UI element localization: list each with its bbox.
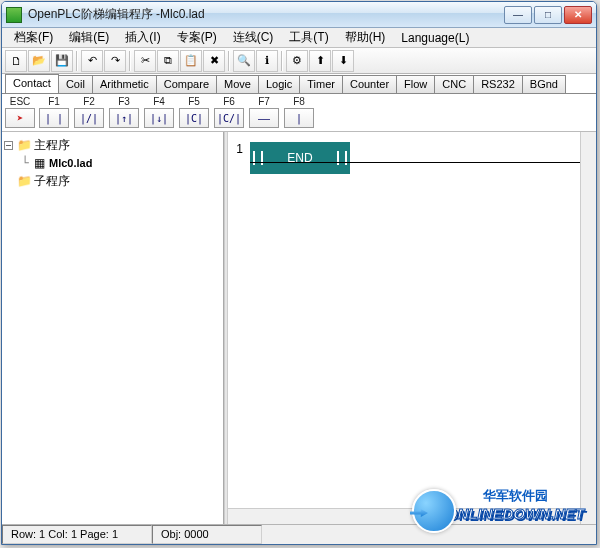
maximize-button[interactable]: □: [534, 6, 562, 24]
horizontal-scrollbar[interactable]: [228, 508, 580, 524]
horiz-link-icon[interactable]: ——: [249, 108, 279, 128]
contact-c-icon[interactable]: |C|: [179, 108, 209, 128]
new-icon[interactable]: 🗋: [5, 50, 27, 72]
menu-project[interactable]: 专案(P): [169, 27, 225, 48]
save-icon[interactable]: 💾: [51, 50, 73, 72]
esc-arrow-icon[interactable]: [5, 108, 35, 128]
fkey-f4: F4 |↓|: [143, 96, 175, 129]
menu-help[interactable]: 帮助(H): [337, 27, 394, 48]
separator-icon: [76, 51, 78, 71]
fkey-f2: F2 |/|: [73, 96, 105, 129]
tab-bgnd[interactable]: BGnd: [522, 75, 566, 93]
menu-edit[interactable]: 编辑(E): [61, 27, 117, 48]
menu-language[interactable]: Language(L): [393, 29, 477, 47]
folder-icon: 📁: [17, 174, 31, 188]
separator-icon: [228, 51, 230, 71]
fkey-f7: F7 ——: [248, 96, 280, 129]
redo-icon[interactable]: ↷: [104, 50, 126, 72]
contact-fall-icon[interactable]: |↓|: [144, 108, 174, 128]
tree-label: 子程序: [34, 173, 70, 190]
tab-counter[interactable]: Counter: [342, 75, 397, 93]
contact-no-icon[interactable]: | |: [39, 108, 69, 128]
vertical-scrollbar[interactable]: [580, 132, 596, 524]
fkey-label: F2: [83, 96, 95, 108]
main-area: – 📁 主程序 └ ▦ Mlc0.lad 📁 子程序 1: [2, 132, 596, 524]
tree-label: Mlc0.lad: [49, 157, 92, 169]
undo-icon[interactable]: ↶: [81, 50, 103, 72]
open-icon[interactable]: 📂: [28, 50, 50, 72]
copy-icon[interactable]: ⧉: [157, 50, 179, 72]
status-bar: Row: 1 Col: 1 Page: 1 Obj: 0000: [2, 524, 596, 544]
fkey-label: ESC: [10, 96, 31, 108]
fkey-label: F6: [223, 96, 235, 108]
window-controls: — □ ✕: [504, 6, 592, 24]
tab-arithmetic[interactable]: Arithmetic: [92, 75, 157, 93]
contact-rise-icon[interactable]: |↑|: [109, 108, 139, 128]
tab-timer[interactable]: Timer: [299, 75, 343, 93]
fkey-f3: F3 |↑|: [108, 96, 140, 129]
instruction-tabs: Contact Coil Arithmetic Compare Move Log…: [2, 74, 596, 94]
end-block[interactable]: END: [250, 142, 350, 174]
compile-icon[interactable]: ⚙: [286, 50, 308, 72]
fkey-label: F8: [293, 96, 305, 108]
download-icon[interactable]: ⬇: [332, 50, 354, 72]
app-window: OpenPLC阶梯编辑程序 -Mlc0.lad — □ ✕ 档案(F) 编辑(E…: [1, 1, 597, 545]
collapse-icon[interactable]: –: [4, 141, 13, 150]
cut-icon[interactable]: ✂: [134, 50, 156, 72]
window-title: OpenPLC阶梯编辑程序 -Mlc0.lad: [28, 6, 504, 23]
tree-root-sub[interactable]: 📁 子程序: [4, 172, 221, 190]
tab-move[interactable]: Move: [216, 75, 259, 93]
separator-icon: [281, 51, 283, 71]
rung-rail: [250, 162, 596, 163]
tab-compare[interactable]: Compare: [156, 75, 217, 93]
status-obj: Obj: 0000: [152, 525, 262, 544]
ladder-editor[interactable]: 1 END: [228, 132, 596, 524]
status-position: Row: 1 Col: 1 Page: 1: [2, 525, 152, 544]
minimize-button[interactable]: —: [504, 6, 532, 24]
toolbar: 🗋 📂 💾 ↶ ↷ ✂ ⧉ 📋 ✖ 🔍 ℹ ⚙ ⬆ ⬇: [2, 48, 596, 74]
tab-cnc[interactable]: CNC: [434, 75, 474, 93]
tree-label: 主程序: [34, 137, 70, 154]
contact-cnot-icon[interactable]: |C/|: [214, 108, 244, 128]
fkey-palette: ESC F1 | | F2 |/| F3 |↑| F4 |↓| F5 |C| F…: [2, 94, 596, 132]
upload-icon[interactable]: ⬆: [309, 50, 331, 72]
tab-coil[interactable]: Coil: [58, 75, 93, 93]
fkey-label: F4: [153, 96, 165, 108]
fkey-label: F7: [258, 96, 270, 108]
contact-nc-icon[interactable]: |/|: [74, 108, 104, 128]
fkey-label: F3: [118, 96, 130, 108]
menu-insert[interactable]: 插入(I): [117, 27, 168, 48]
tab-contact[interactable]: Contact: [5, 74, 59, 93]
tab-logic[interactable]: Logic: [258, 75, 300, 93]
file-icon: ▦: [32, 156, 46, 170]
delete-icon[interactable]: ✖: [203, 50, 225, 72]
menubar: 档案(F) 编辑(E) 插入(I) 专案(P) 连线(C) 工具(T) 帮助(H…: [2, 28, 596, 48]
folder-icon: 📁: [17, 138, 31, 152]
close-button[interactable]: ✕: [564, 6, 592, 24]
tab-flow[interactable]: Flow: [396, 75, 435, 93]
fkey-label: F5: [188, 96, 200, 108]
fkey-f5: F5 |C|: [178, 96, 210, 129]
menu-file[interactable]: 档案(F): [6, 27, 61, 48]
fkey-f1: F1 | |: [38, 96, 70, 129]
find-icon[interactable]: 🔍: [233, 50, 255, 72]
rung-number: 1: [228, 142, 246, 156]
tree-connector-icon: └: [18, 156, 32, 170]
tree-file-node[interactable]: └ ▦ Mlc0.lad: [4, 154, 221, 172]
separator-icon: [129, 51, 131, 71]
tree-root-main[interactable]: – 📁 主程序: [4, 136, 221, 154]
fkey-label: F1: [48, 96, 60, 108]
titlebar[interactable]: OpenPLC阶梯编辑程序 -Mlc0.lad — □ ✕: [2, 2, 596, 28]
app-icon: [6, 7, 22, 23]
fkey-f6: F6 |C/|: [213, 96, 245, 129]
fkey-f8: F8 |: [283, 96, 315, 129]
tab-rs232[interactable]: RS232: [473, 75, 523, 93]
info-icon[interactable]: ℹ: [256, 50, 278, 72]
fkey-esc: ESC: [5, 96, 35, 129]
project-tree[interactable]: – 📁 主程序 └ ▦ Mlc0.lad 📁 子程序: [2, 132, 224, 524]
menu-tools[interactable]: 工具(T): [281, 27, 336, 48]
menu-connect[interactable]: 连线(C): [225, 27, 282, 48]
paste-icon[interactable]: 📋: [180, 50, 202, 72]
vert-link-icon[interactable]: |: [284, 108, 314, 128]
